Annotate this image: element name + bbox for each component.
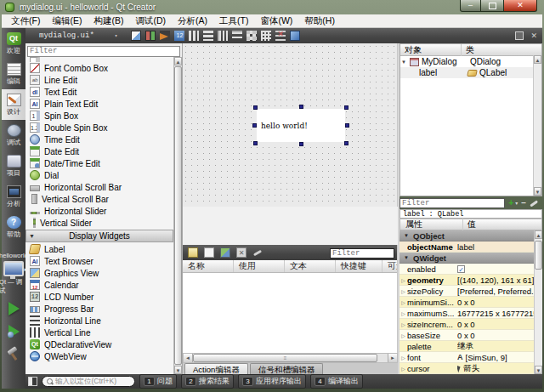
- mode-design[interactable]: 设计: [2, 89, 26, 120]
- scroll-right-icon[interactable]: ►: [388, 354, 397, 362]
- object-row-label[interactable]: label QLabel: [400, 67, 541, 78]
- resize-handle-n[interactable]: [299, 105, 303, 109]
- mode-help[interactable]: ? 帮助: [2, 212, 26, 242]
- column-checkable[interactable]: 可选: [382, 260, 397, 272]
- copy-action-icon[interactable]: [220, 247, 230, 258]
- debug-run-button[interactable]: [8, 325, 20, 338]
- widget-list-scrollbar[interactable]: ▲ ▼: [173, 57, 182, 374]
- close-panel-icon[interactable]: ✕: [530, 31, 537, 40]
- object-row-mydialog[interactable]: ▼ MyDialog QDialog: [400, 56, 541, 67]
- widget-item-font-combo-box[interactable]: Font Combo Box: [26, 62, 173, 74]
- expand-right-icon[interactable]: ▷: [400, 299, 407, 305]
- checkbox-checked-icon[interactable]: ✓: [457, 265, 465, 273]
- menu-analyze[interactable]: 分析(A): [172, 14, 213, 28]
- menu-edit[interactable]: 编辑(E): [46, 14, 88, 28]
- widget-item-time-edit[interactable]: Time Edit: [26, 134, 173, 145]
- edit-signals-slots-icon[interactable]: [145, 31, 156, 41]
- maximize-button[interactable]: [481, 0, 503, 12]
- property-enabled[interactable]: enabled ✓: [400, 264, 534, 275]
- delete-action-icon[interactable]: ✕: [236, 247, 246, 258]
- mode-welcome[interactable]: Qt 欢迎: [2, 28, 26, 59]
- widget-filter[interactable]: [27, 44, 180, 55]
- widget-item-double-spin-box[interactable]: 1.2Double Spin Box: [26, 122, 173, 134]
- widget-item-vertical-slider[interactable]: Vertical Slider: [26, 217, 173, 229]
- layout-grid-icon[interactable]: [261, 31, 271, 41]
- property-objectname[interactable]: objectName label: [400, 241, 534, 253]
- tab-action-editor[interactable]: Action编辑器: [184, 363, 248, 374]
- scroll-down-icon[interactable]: ▼: [534, 187, 541, 196]
- property-sizepolicy[interactable]: ▷ sizePolicy [Preferred, Preferred...: [400, 286, 534, 297]
- property-value[interactable]: 继承: [457, 341, 534, 352]
- scroll-down-icon[interactable]: ▼: [535, 366, 542, 374]
- widget-filter-input[interactable]: [27, 46, 180, 57]
- column-used[interactable]: 使用: [234, 260, 285, 272]
- minimize-button[interactable]: –: [460, 0, 481, 12]
- pane-application-output[interactable]: 3 应用程序输出: [238, 374, 306, 389]
- widget-item-dial[interactable]: Dial: [26, 169, 173, 181]
- property-value[interactable]: 16777215 x 16777215: [457, 309, 534, 318]
- column-value[interactable]: 值: [463, 219, 476, 230]
- widget-item-line-edit[interactable]: abLine Edit: [26, 74, 173, 86]
- menu-help[interactable]: 帮助(H): [298, 14, 341, 28]
- mode-edit[interactable]: 编辑: [2, 59, 26, 89]
- menu-form[interactable]: 窗体(W): [254, 14, 298, 28]
- widget-item-date-time-edit[interactable]: Date/Time Edit: [26, 157, 173, 169]
- expand-icon[interactable]: ▼: [400, 60, 407, 65]
- property-geometry[interactable]: ▷ geometry [(140, 120), 161 x 61]: [400, 275, 534, 286]
- locator[interactable]: 输入以定位(Ctrl+K): [42, 376, 135, 387]
- expand-right-icon[interactable]: ▷: [400, 288, 407, 294]
- close-button[interactable]: ✕: [503, 0, 537, 12]
- expand-right-icon[interactable]: ▷: [400, 366, 407, 372]
- scrollbar-thumb[interactable]: [174, 66, 182, 365]
- resize-handle-sw[interactable]: [253, 141, 258, 145]
- property-filter-input[interactable]: [400, 198, 505, 208]
- scroll-left-icon[interactable]: ◄: [184, 354, 193, 362]
- mode-debug[interactable]: 调试: [2, 120, 26, 151]
- configure-icon[interactable]: [252, 247, 263, 258]
- widget-item-horizontal-scroll-bar[interactable]: Horizontal Scroll Bar: [26, 181, 173, 193]
- scroll-up-icon[interactable]: ▲: [535, 230, 542, 239]
- column-text[interactable]: 文本: [285, 260, 336, 272]
- pane-compile-output[interactable]: 4 编译输出: [310, 374, 363, 389]
- menu-build[interactable]: 构建(B): [88, 14, 129, 28]
- widget-item-graphics-view[interactable]: Graphics View: [26, 267, 173, 279]
- layout-form-icon[interactable]: [246, 31, 257, 41]
- mode-analyze[interactable]: 分析: [2, 181, 26, 212]
- kit-selector[interactable]: helloworld ▸ Qt — 调试: [0, 252, 28, 361]
- resize-handle-nw[interactable]: [253, 105, 258, 110]
- column-name[interactable]: 名称: [183, 260, 234, 272]
- horizontal-scrollbar[interactable]: ◄ ≡ ►: [183, 353, 398, 363]
- layout-vertical-icon[interactable]: [203, 31, 213, 41]
- property-scrollbar[interactable]: ▲ ▼: [534, 230, 542, 374]
- edit-tab-order-icon[interactable]: 12: [174, 31, 184, 41]
- sidebar-toggle-icon[interactable]: [28, 377, 37, 386]
- property-palette[interactable]: palette 继承: [400, 341, 534, 352]
- menu-file[interactable]: 文件(F): [5, 14, 46, 28]
- scroll-up-icon[interactable]: ▲: [174, 57, 182, 65]
- resize-handle-se[interactable]: [344, 141, 348, 145]
- widget-item-label-widget[interactable]: Label: [26, 243, 173, 255]
- property-minimumsize[interactable]: ▷ minimumSi... 0 x 0: [400, 297, 534, 308]
- document-selector[interactable]: mydialog.ui* ▾: [39, 31, 117, 40]
- resize-handle-ne[interactable]: [344, 105, 348, 110]
- resize-handle-e[interactable]: [345, 123, 349, 128]
- column-object[interactable]: 对象: [400, 44, 462, 56]
- property-cursor[interactable]: ▷ cursor 箭头: [400, 363, 534, 374]
- add-dynamic-property-button[interactable]: +: [507, 198, 515, 208]
- remove-dynamic-property-button[interactable]: −: [519, 198, 528, 208]
- property-value[interactable]: 0 x 0: [457, 320, 534, 329]
- adjust-size-icon[interactable]: [290, 31, 300, 41]
- build-button[interactable]: [7, 347, 20, 361]
- scrollbar-thumb[interactable]: [535, 241, 542, 270]
- layout-vertical-splitter-icon[interactable]: [232, 31, 242, 41]
- section-qwidget[interactable]: ▼ QWidget: [400, 253, 534, 264]
- widget-item-calendar[interactable]: 12Calendar: [26, 279, 173, 291]
- configure-property-editor-icon[interactable]: [530, 198, 542, 208]
- edit-widgets-icon[interactable]: [131, 31, 141, 41]
- widget-item-plain-text-edit[interactable]: AIPlain Text Edit: [26, 98, 173, 110]
- layout-horizontal-splitter-icon[interactable]: [218, 31, 228, 41]
- property-sizeincrement[interactable]: ▷ sizeIncrem... 0 x 0: [400, 319, 534, 330]
- edit-buddies-icon[interactable]: [160, 31, 170, 41]
- edit-action-icon[interactable]: [204, 247, 214, 258]
- new-action-icon[interactable]: [188, 247, 198, 258]
